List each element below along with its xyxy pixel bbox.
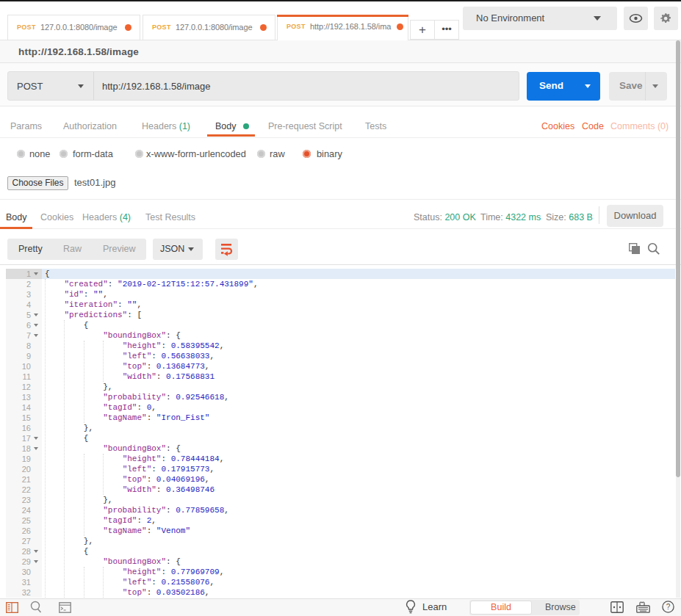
svg-text:?: ? [666, 603, 671, 611]
